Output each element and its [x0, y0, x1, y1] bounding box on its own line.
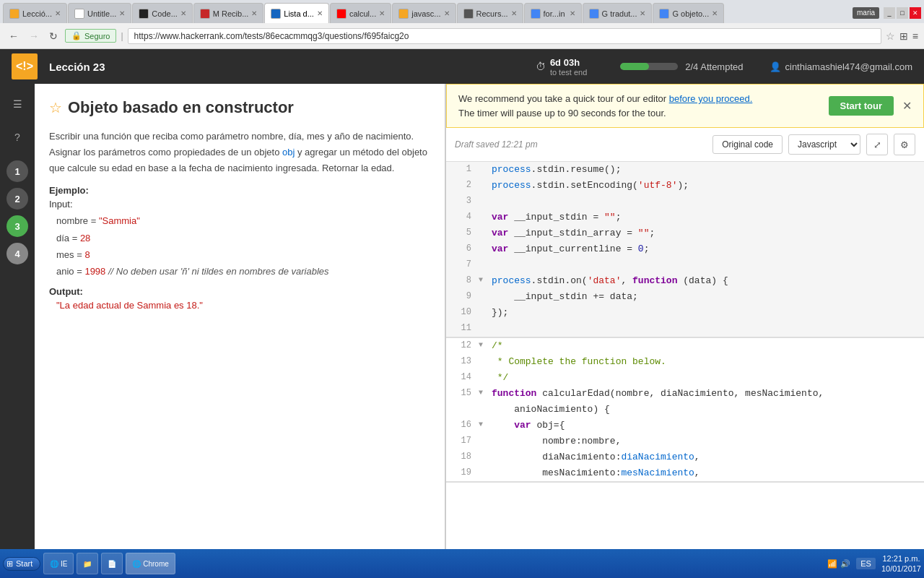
- problem-description: Escribir una función que reciba como par…: [49, 129, 430, 176]
- code-area[interactable]: 1 process.stdin.resume(); 2 process.stdi…: [446, 162, 924, 578]
- browser-tab-4[interactable]: Lista d... ✕: [264, 3, 329, 23]
- sidebar-help-icon[interactable]: ?: [4, 124, 30, 150]
- taskbar-time-text: 12:21 p.m.: [881, 553, 921, 564]
- maximize-button[interactable]: □: [897, 7, 908, 19]
- taskbar-clock: 12:21 p.m. 10/01/2017: [881, 553, 921, 574]
- code-line: 12 ▼ /*: [446, 338, 924, 354]
- taskbar-right: 📶 🔊 ES 12:21 p.m. 10/01/2017: [827, 553, 921, 574]
- start-button[interactable]: ⊞ Start: [3, 557, 40, 571]
- input-label: Input:: [49, 199, 430, 210]
- code-line: 17 nombre:nombre,: [446, 434, 924, 449]
- windows-icon: ⊞: [6, 559, 13, 569]
- code-line: 11: [446, 321, 924, 337]
- browser-tab-0[interactable]: Lecció... ✕: [3, 3, 67, 23]
- code-line: 6 var __input_currentline = 0;: [446, 241, 924, 257]
- taskbar-ie[interactable]: 🌐 IE: [43, 553, 74, 574]
- code-line: 7: [446, 257, 924, 273]
- forward-button[interactable]: →: [26, 29, 42, 43]
- browser-tab-3[interactable]: M Recib... ✕: [193, 3, 264, 23]
- problem-title-row: ☆ Objeto basado en constructor: [49, 98, 430, 117]
- logo: <!>: [12, 53, 38, 79]
- lesson-title: Lección 23: [49, 61, 105, 73]
- user-email: cinthiamashiel474@gmail.com: [785, 61, 913, 72]
- problem-title: Objeto basado en constructor: [68, 98, 294, 117]
- user-section: 👤 cinthiamashiel474@gmail.com: [770, 61, 913, 72]
- problem-example: Ejemplo: Input: nombre = "Sammia" día = …: [49, 185, 430, 311]
- sidebar-step-2[interactable]: 2: [6, 188, 28, 210]
- browser-tab-7[interactable]: Recurs... ✕: [457, 3, 523, 23]
- sidebar-step-1[interactable]: 1: [6, 160, 28, 182]
- language-select[interactable]: Javascript Python Java C++: [788, 134, 860, 155]
- code-line: 15 ▼ function calcularEdad(nombre, diaNa…: [446, 386, 924, 402]
- address-bar: ← → ↻ 🔒 Seguro | ☆ ⊞ ≡: [0, 23, 924, 49]
- original-code-button[interactable]: Original code: [712, 135, 783, 154]
- progress-bar-container: [620, 63, 678, 70]
- browser-tab-6[interactable]: javasc... ✕: [392, 3, 456, 23]
- menu-button[interactable]: ≡: [912, 30, 918, 42]
- user-badge: maria: [853, 7, 879, 19]
- fullscreen-button[interactable]: ⤢: [866, 134, 888, 155]
- editor-panel: We recommend you take a quick tour of ou…: [446, 84, 924, 578]
- code-line: 14 */: [446, 370, 924, 386]
- taskbar-docs[interactable]: 📄: [101, 553, 123, 574]
- code-line: anioNacimiento) {: [446, 402, 924, 418]
- sidebar-menu-icon[interactable]: ☰: [4, 91, 30, 117]
- example-input: nombre = "Sammia" día = 28 mes = 8 anio …: [56, 212, 430, 280]
- draft-saved: Draft saved 12:21 pm: [455, 139, 538, 150]
- tour-banner: We recommend you take a quick tour of ou…: [446, 84, 924, 128]
- code-line: 10 });: [446, 305, 924, 321]
- taskbar-chrome[interactable]: 🌐 Chrome: [126, 553, 175, 574]
- close-button[interactable]: ✕: [910, 7, 921, 19]
- code-line: 8 ▼ process.stdin.on('data', function (d…: [446, 273, 924, 289]
- app-header: <!> Lección 23 ⏱ 6d 03h to test end 2/4 …: [0, 49, 924, 84]
- browser-tab-9[interactable]: G tradut... ✕: [583, 3, 653, 23]
- security-label: Seguro: [84, 32, 110, 40]
- progress-section: 2/4 Attempted: [620, 61, 743, 72]
- sidebar-step-4[interactable]: 4: [6, 243, 28, 264]
- close-banner-button[interactable]: ✕: [902, 99, 912, 113]
- url-bar[interactable]: [128, 28, 881, 44]
- code-line: 19 mesNacimiento:mesNacimiento,: [446, 465, 924, 481]
- editor-toolbar: Draft saved 12:21 pm Original code Javas…: [446, 128, 924, 162]
- star-icon: ☆: [49, 99, 62, 116]
- window-controls: maria _ □ ✕: [853, 7, 921, 19]
- taskbar-explorer[interactable]: 📁: [77, 553, 98, 574]
- browser-tab-5[interactable]: calcul... ✕: [330, 3, 391, 23]
- progress-bar-fill: [620, 63, 649, 70]
- browser-tab-10[interactable]: G objeto... ✕: [653, 3, 724, 23]
- attempted-text: 2/4 Attempted: [685, 61, 743, 72]
- output-label: Output:: [49, 286, 430, 297]
- code-readonly-section: 1 process.stdin.resume(); 2 process.stdi…: [446, 162, 924, 338]
- browser-tab-2[interactable]: Code... ✕: [132, 3, 192, 23]
- timer-icon: ⏱: [536, 61, 546, 72]
- volume-icon: 🔊: [840, 559, 850, 569]
- output-val: "La edad actual de Sammia es 18.": [56, 300, 430, 311]
- tour-text: We recommend you take a quick tour of ou…: [458, 92, 820, 120]
- example-label: Ejemplo:: [49, 185, 430, 196]
- network-icon: 📶: [827, 559, 837, 569]
- timer-section: ⏱ 6d 03h to test end: [536, 57, 587, 77]
- code-editable-section[interactable]: 12 ▼ /* 13 * Complete the function below…: [446, 338, 924, 483]
- sidebar-step-3[interactable]: 3: [6, 215, 28, 237]
- tab-bar: Lecció... ✕ Untitle... ✕ Code... ✕ M Rec…: [0, 0, 924, 23]
- back-button[interactable]: ←: [6, 29, 22, 43]
- taskbar: ⊞ Start 🌐 IE 📁 📄 🌐 Chrome 📶 🔊 ES 12:21 p…: [0, 549, 924, 578]
- taskbar-date: 10/01/2017: [881, 564, 921, 574]
- refresh-button[interactable]: ↻: [46, 29, 61, 43]
- sidebar: ☰ ? 1234: [0, 84, 35, 578]
- code-line: 13 * Complete the function below.: [446, 354, 924, 370]
- browser-tab-1[interactable]: Untitle... ✕: [68, 3, 131, 23]
- minimize-button[interactable]: _: [884, 7, 895, 19]
- timer-sub: to test end: [550, 68, 587, 77]
- code-line: 1 process.stdin.resume();: [446, 162, 924, 178]
- extensions-button[interactable]: ⊞: [899, 30, 908, 42]
- bookmark-button[interactable]: ☆: [886, 30, 895, 42]
- browser-tab-8[interactable]: for...in ✕: [524, 3, 582, 23]
- code-line: 9 __input_stdin += data;: [446, 289, 924, 305]
- system-icons: 📶 🔊: [827, 559, 850, 569]
- code-line: 3: [446, 194, 924, 210]
- settings-button[interactable]: ⚙: [894, 134, 915, 155]
- start-label: Start: [16, 559, 32, 568]
- taskbar-lang: ES: [856, 558, 876, 569]
- start-tour-button[interactable]: Start tour: [829, 96, 894, 116]
